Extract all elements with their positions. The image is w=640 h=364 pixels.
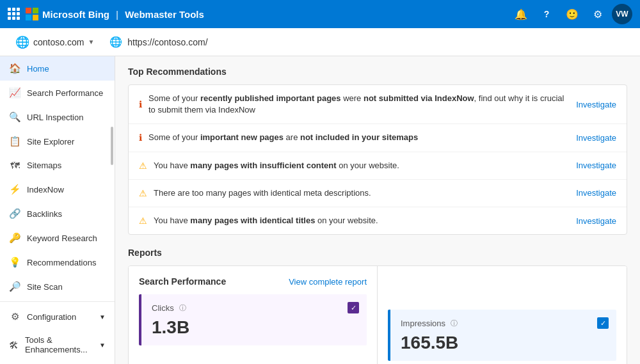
impressions-metric-row: Impressions ⓘ ✓	[401, 317, 609, 329]
clicks-info-icon[interactable]: ⓘ	[179, 303, 186, 313]
rec-text-3: You have many pages with insufficient co…	[154, 160, 570, 171]
sidebar-item-keyword-research[interactable]: 🔑 Keyword Research	[0, 226, 115, 250]
avatar[interactable]: VW	[612, 4, 632, 24]
recommendations-title: Top Recommendations	[128, 67, 627, 77]
backlinks-icon: 🔗	[9, 208, 20, 219]
keyword-research-icon: 🔑	[9, 232, 20, 244]
investigate-link-4[interactable]: Investigate	[576, 188, 616, 198]
sidebar-item-home-label: Home	[27, 64, 49, 74]
sidebar-group-security[interactable]: 🔒 Security & Privacy ▼	[0, 361, 115, 364]
impressions-metric-card: Impressions ⓘ ✓ 165.5B	[388, 310, 616, 361]
url-bar: 🌐 https://contoso.com/	[99, 36, 218, 48]
recommendations-box: ℹ Some of your recently published import…	[128, 84, 627, 235]
impressions-label: Impressions	[401, 319, 445, 328]
site-selector[interactable]: 🌐 contoso.com ▼	[10, 31, 99, 53]
clicks-checkbox[interactable]: ✓	[348, 302, 359, 313]
app-grid-icon[interactable]	[8, 8, 20, 20]
search-performance-card: Search Performance View complete report …	[129, 266, 378, 364]
rec-error-icon-2: ℹ	[139, 132, 142, 143]
recommendation-item-4: ⚠ There are too many pages with identica…	[129, 180, 627, 207]
rec-text-4: There are too many pages with identical …	[154, 187, 570, 199]
sidebar-item-site-scan[interactable]: 🔎 Site Scan	[0, 274, 115, 299]
sidebar-item-url-inspection-label: URL Inspection	[27, 113, 83, 122]
tool-name: Webmaster Tools	[125, 9, 204, 20]
sidebar-item-recommendations[interactable]: 💡 Recommendations	[0, 250, 115, 274]
recommendation-item-3: ⚠ You have many pages with insufficient …	[129, 152, 627, 180]
rec-text-5: You have many pages with identical title…	[154, 215, 570, 226]
sidebar-item-site-explorer[interactable]: 📋 Site Explorer	[0, 129, 115, 154]
investigate-link-2[interactable]: Investigate	[576, 133, 616, 143]
sidebar: 🏠 Home 📈 Search Performance 🔍 URL Inspec…	[0, 56, 115, 364]
help-button[interactable]: ?	[535, 3, 558, 26]
site-url: https://contoso.com/	[127, 37, 207, 47]
sidebar-item-sitemaps-label: Sitemaps	[27, 161, 61, 170]
sidebar-item-search-performance[interactable]: 📈 Search Performance	[0, 81, 115, 105]
sidebar-scrollbar	[111, 127, 113, 165]
sidebar-item-sitemaps[interactable]: 🗺 Sitemaps	[0, 154, 115, 177]
reports-title: Reports	[128, 248, 627, 258]
rec-error-icon-1: ℹ	[139, 99, 142, 109]
url-inspection-icon: 🔍	[9, 111, 20, 123]
sitemaps-icon: 🗺	[9, 160, 20, 171]
rec-text-2: Some of your important new pages are not…	[148, 132, 570, 143]
search-performance-header: Search Performance View complete report	[139, 276, 367, 287]
sidebar-item-home[interactable]: 🏠 Home	[0, 56, 115, 81]
sidebar-item-indexnow[interactable]: ⚡ IndexNow	[0, 177, 115, 202]
notification-button[interactable]: 🔔	[509, 3, 532, 26]
investigate-link-3[interactable]: Investigate	[576, 161, 616, 170]
settings-button[interactable]: ⚙	[586, 3, 609, 26]
clicks-value: 1.3B	[152, 317, 359, 338]
feedback-button[interactable]: 🙂	[561, 3, 584, 26]
site-name: contoso.com	[33, 37, 84, 47]
recommendation-item-1: ℹ Some of your recently published import…	[129, 85, 627, 124]
recommendations-icon: 💡	[9, 257, 20, 268]
configuration-chevron-icon: ▼	[99, 313, 106, 320]
search-performance-title: Search Performance	[139, 276, 226, 287]
recommendation-item-2: ℹ Some of your important new pages are n…	[129, 124, 627, 152]
impressions-checkbox[interactable]: ✓	[597, 317, 609, 329]
brand-separator: |	[116, 9, 118, 20]
sidebar-group-tools[interactable]: 🛠 Tools & Enhancements... ▼	[0, 329, 115, 361]
help-icon: ?	[544, 9, 550, 19]
sidebar-group-tools-label: Tools & Enhancements...	[25, 335, 99, 354]
rec-text-1: Some of your recently published importan…	[148, 93, 570, 116]
svg-rect-3	[33, 15, 38, 20]
main-layout: 🏠 Home 📈 Search Performance 🔍 URL Inspec…	[0, 56, 640, 364]
feedback-icon: 🙂	[566, 8, 579, 20]
configuration-icon: ⚙	[9, 311, 20, 322]
impressions-info-icon[interactable]: ⓘ	[451, 319, 458, 328]
notification-icon: 🔔	[515, 8, 527, 20]
sidebar-item-site-explorer-label: Site Explorer	[27, 137, 74, 146]
rec-warning-icon-3: ⚠	[139, 161, 147, 171]
site-globe-icon: 🌐	[15, 35, 29, 49]
top-header: Microsoft Bing | Webmaster Tools 🔔 ? 🙂 ⚙…	[0, 0, 640, 28]
main-content: Top Recommendations ℹ Some of your recen…	[115, 56, 640, 364]
impressions-card: Impressions ⓘ ✓ 165.5B	[378, 266, 627, 364]
clicks-metric-card: Clicks ⓘ ✓ 1.3B	[139, 294, 367, 345]
url-globe-icon: 🌐	[109, 36, 122, 48]
view-complete-report-link[interactable]: View complete report	[289, 277, 367, 287]
site-header: 🌐 contoso.com ▼ 🌐 https://contoso.com/	[0, 28, 640, 56]
search-performance-icon: 📈	[9, 87, 20, 99]
reports-grid: Search Performance View complete report …	[128, 265, 627, 364]
investigate-link-1[interactable]: Investigate	[576, 100, 616, 109]
sidebar-group-configuration-label: Configuration	[27, 312, 76, 322]
sidebar-group-configuration[interactable]: ⚙ Configuration ▼	[0, 305, 115, 329]
svg-rect-2	[26, 15, 31, 20]
sidebar-item-backlinks[interactable]: 🔗 Backlinks	[0, 202, 115, 226]
tools-chevron-icon: ▼	[99, 342, 106, 349]
investigate-link-5[interactable]: Investigate	[576, 216, 616, 226]
sidebar-item-recommendations-label: Recommendations	[27, 258, 96, 267]
sidebar-divider-1	[0, 301, 115, 302]
brand-logo: Microsoft Bing | Webmaster Tools	[26, 8, 204, 20]
sidebar-item-site-scan-label: Site Scan	[27, 282, 63, 292]
rec-warning-icon-5: ⚠	[139, 216, 147, 226]
indexnow-icon: ⚡	[9, 184, 20, 195]
brand-name: Microsoft Bing	[42, 9, 109, 20]
sidebar-item-backlinks-label: Backlinks	[27, 209, 62, 219]
sidebar-item-keyword-research-label: Keyword Research	[27, 233, 97, 243]
recommendation-item-5: ⚠ You have many pages with identical tit…	[129, 207, 627, 234]
sidebar-item-url-inspection[interactable]: 🔍 URL Inspection	[0, 105, 115, 129]
home-icon: 🏠	[9, 63, 20, 74]
reports-section: Reports Search Performance View complete…	[128, 248, 627, 364]
